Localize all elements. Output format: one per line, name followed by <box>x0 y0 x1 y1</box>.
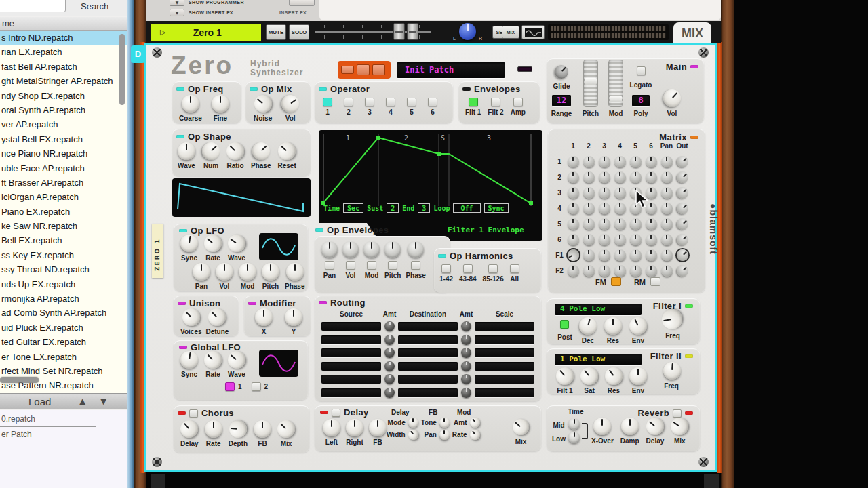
patch-list-item[interactable]: ssy Throat ND.repatch <box>0 262 127 277</box>
knob[interactable] <box>250 92 275 117</box>
patch-list-item[interactable]: ght MetalStringer AP.repatch <box>0 74 127 88</box>
knob[interactable] <box>278 92 302 116</box>
mix-button[interactable]: MIX <box>502 26 519 39</box>
toggle-button[interactable] <box>225 382 235 391</box>
delay-mix-knob[interactable] <box>509 415 532 439</box>
knob[interactable] <box>604 317 622 335</box>
matrix-knob-2-4[interactable] <box>614 171 626 183</box>
knob[interactable] <box>179 233 199 253</box>
matrix-knob-4-4[interactable] <box>614 203 626 214</box>
knob[interactable] <box>255 308 273 326</box>
routing-source-display[interactable] <box>321 322 381 331</box>
patch-list-item[interactable]: Piano EX.repatch <box>0 205 127 219</box>
patch-list-item[interactable]: nds Up EX.repatch <box>0 277 127 291</box>
search-button[interactable]: Search <box>81 1 108 12</box>
matrix-knob-3-1[interactable] <box>568 187 579 199</box>
knob[interactable] <box>205 305 230 330</box>
knob[interactable] <box>384 241 401 258</box>
knob[interactable] <box>229 420 248 439</box>
routing-scale-display[interactable] <box>475 362 534 371</box>
loop-mode-box[interactable]: Off <box>453 203 480 213</box>
patch-list-item[interactable]: ke Saw NR.repatch <box>0 219 127 233</box>
matrix-knob-2-5[interactable] <box>630 171 642 183</box>
delay-enable-button[interactable] <box>332 409 340 417</box>
patch-list-item[interactable]: nce Piano NR.repatch <box>0 146 127 161</box>
fader-handle-left[interactable] <box>393 23 405 40</box>
patch-prev-button[interactable] <box>357 64 370 75</box>
matrix-knob-F1-3[interactable] <box>599 249 610 261</box>
width-knob[interactable] <box>406 428 420 442</box>
knob[interactable] <box>363 241 380 258</box>
tone-knob[interactable] <box>439 418 450 428</box>
knob[interactable] <box>667 414 692 439</box>
track-name-plate[interactable]: ▷ Zero 1 <box>151 24 261 41</box>
matrix-knob-6-Out[interactable] <box>674 231 690 247</box>
fm-button[interactable] <box>611 277 621 286</box>
operator-waveform-display[interactable] <box>172 178 311 217</box>
show-programmer-toggle[interactable]: ▼ <box>170 0 184 6</box>
routing-amt-knob[interactable] <box>384 321 395 331</box>
zero-synthesizer-device[interactable]: ZERO 1 Zero HybridSynthesizer Init Patch… <box>144 43 717 472</box>
toggle-button[interactable] <box>513 98 523 106</box>
vertical-scrollbar[interactable] <box>119 33 125 236</box>
matrix-knob-6-2[interactable] <box>583 234 595 245</box>
routing-amt2-knob[interactable] <box>461 374 471 384</box>
knob[interactable] <box>193 263 210 281</box>
matrix-knob-4-Out[interactable] <box>674 200 690 216</box>
filter2-type-display[interactable]: 1 Pole Low <box>555 354 642 365</box>
knob[interactable] <box>212 95 229 113</box>
toggle-button[interactable] <box>428 98 437 106</box>
knob[interactable] <box>285 308 302 326</box>
routing-source-display[interactable] <box>321 375 381 384</box>
matrix-knob-3-3[interactable] <box>599 187 610 199</box>
rm-button[interactable] <box>650 277 660 286</box>
matrix-knob-F2-5[interactable] <box>630 265 642 277</box>
knob[interactable] <box>342 241 359 258</box>
routing-scale-display[interactable] <box>475 348 534 357</box>
knob[interactable] <box>178 142 195 160</box>
matrix-knob-F1-2[interactable] <box>583 249 595 261</box>
patch-list-item[interactable]: fast Bell AP.repatch <box>0 60 127 74</box>
waveform-display-button[interactable] <box>521 25 545 39</box>
patch-list-item[interactable]: lciOrgan AP.repatch <box>0 190 127 204</box>
matrix-knob-F2-Out[interactable] <box>674 262 690 279</box>
matrix-knob-1-4[interactable] <box>614 156 626 167</box>
matrix-knob-F1-1[interactable] <box>565 247 580 262</box>
solo-button[interactable]: SOLO <box>289 24 309 40</box>
knob[interactable] <box>177 417 202 442</box>
matrix-knob-2-2[interactable] <box>583 171 595 183</box>
patch-list-item[interactable]: ndy Shop EX.repatch <box>0 89 127 103</box>
toggle-button[interactable] <box>386 98 395 106</box>
knob[interactable] <box>601 364 626 388</box>
routing-amt2-knob[interactable] <box>461 388 471 398</box>
matrix-knob-1-1[interactable] <box>568 156 579 167</box>
patch-list-item[interactable]: ver AP.repatch <box>0 117 127 131</box>
previous-patch-button[interactable]: ▲ <box>79 396 85 406</box>
matrix-knob-1-6[interactable] <box>646 156 657 167</box>
toggle-button[interactable] <box>411 261 420 270</box>
patch-list-item[interactable]: ystal Bell EX.repatch <box>0 132 127 146</box>
knob[interactable] <box>205 420 222 438</box>
matrix-knob-F1-Out[interactable] <box>674 247 690 263</box>
knob[interactable] <box>201 231 226 256</box>
knob[interactable] <box>179 350 199 369</box>
routing-source-display[interactable] <box>321 336 381 344</box>
patch-list-item[interactable]: rian EX.repatch <box>0 45 127 59</box>
routing-scale-display[interactable] <box>475 336 534 344</box>
patch-list-item[interactable]: ad Comb Synth AP.repatch <box>0 306 127 320</box>
rate-knob[interactable] <box>467 428 481 442</box>
matrix-knob-5-Out[interactable] <box>674 216 690 232</box>
toggle-button[interactable] <box>463 264 473 273</box>
matrix-knob-4-Pan[interactable] <box>661 203 673 214</box>
routing-source-display[interactable] <box>321 388 381 397</box>
knob[interactable] <box>178 305 203 330</box>
chorus-enable-button[interactable] <box>189 409 198 418</box>
knob[interactable] <box>274 417 299 442</box>
knob[interactable] <box>346 419 363 436</box>
toggle-button[interactable] <box>469 98 478 106</box>
filter1-post-button[interactable] <box>560 320 569 329</box>
load-button[interactable]: Load <box>28 396 51 407</box>
patch-list-item[interactable]: Bell EX.repatch <box>0 233 127 247</box>
toggle-button[interactable] <box>388 261 397 270</box>
knob[interactable] <box>216 263 233 281</box>
